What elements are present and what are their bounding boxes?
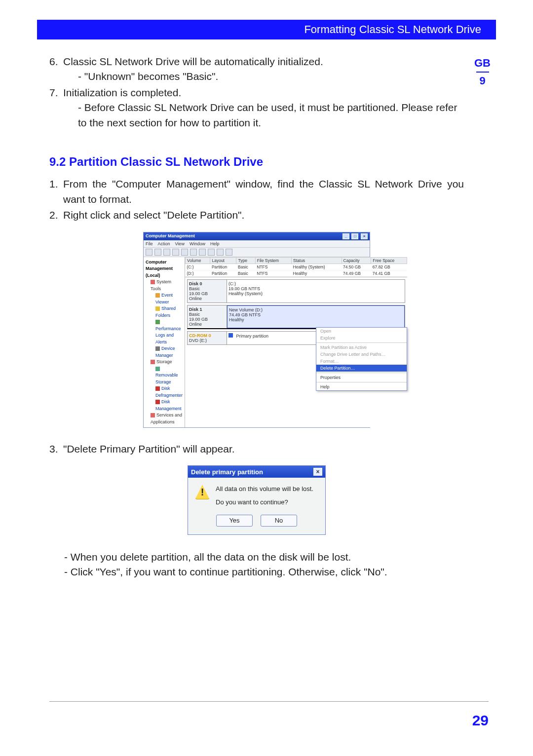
- folder-icon: [151, 360, 155, 364]
- nav-tree: Computer Management (Local) System Tools…: [144, 257, 185, 428]
- disk-label: Disk 1: [189, 307, 225, 312]
- lang-code: GB: [469, 57, 496, 70]
- steps-list: 1. From the "Computer Management" window…: [49, 177, 464, 223]
- tree-item[interactable]: Services and Applications: [151, 413, 182, 424]
- volume-grid: Volume Layout Type File System Status Ca…: [185, 257, 407, 277]
- tree-root[interactable]: Computer Management (Local): [146, 259, 183, 279]
- close-icon[interactable]: ×: [313, 468, 322, 476]
- disk-label: Disk 0: [189, 281, 225, 286]
- list-text: Initialization is completed.: [63, 87, 181, 98]
- list-sub: - Before Classic SL Network Drive can be…: [63, 100, 464, 130]
- chapter-title: Formatting Classic SL Network Drive: [304, 23, 481, 36]
- toolbar-icon[interactable]: [154, 249, 161, 256]
- folder-icon: [151, 280, 155, 284]
- disk-label: CD-ROM 0: [189, 333, 225, 338]
- toolbar-icon[interactable]: [217, 249, 224, 256]
- folder-icon: [155, 306, 160, 311]
- defrag-icon: [155, 386, 160, 391]
- no-button[interactable]: No: [261, 515, 297, 527]
- table-row[interactable]: (D:) Partition Basic NTFS Healthy 74.49 …: [186, 270, 407, 276]
- toolbar-icon[interactable]: [172, 249, 179, 256]
- diskmgmt-icon: [155, 400, 160, 404]
- list-text: "Delete Primary Partition" will appear.: [63, 442, 464, 456]
- list-number: 3.: [49, 442, 63, 456]
- page-content: 6. Classic SL Network Drive will be auto…: [49, 54, 464, 580]
- perf-icon: [155, 320, 160, 324]
- list-text: Classic SL Network Drive will be automat…: [63, 56, 323, 67]
- col-header[interactable]: File System: [255, 257, 291, 264]
- toolbar-icon[interactable]: [208, 249, 215, 256]
- toolbar-icon[interactable]: [181, 249, 188, 256]
- disk-row[interactable]: Disk 1 Basic 19.00 GB Online New Volume …: [187, 305, 405, 329]
- separator: [316, 382, 407, 382]
- menu-item[interactable]: File: [146, 241, 153, 246]
- delete-partition-dialog: Delete primary partition × ! All data on…: [188, 465, 326, 534]
- col-header[interactable]: Layout: [210, 257, 236, 264]
- device-icon: [155, 346, 160, 351]
- toolbar-icon[interactable]: [146, 249, 152, 256]
- ctx-item-format[interactable]: Format…: [316, 358, 407, 365]
- col-header[interactable]: Status: [292, 257, 342, 264]
- dialog-titlebar: Delete primary partition ×: [188, 466, 325, 478]
- intro-list: 6. Classic SL Network Drive will be auto…: [49, 54, 464, 130]
- col-header[interactable]: Capacity: [342, 257, 371, 264]
- footer-rule: [49, 701, 489, 702]
- col-header[interactable]: Volume: [186, 257, 210, 264]
- list-number: 2.: [49, 208, 63, 223]
- menu-item[interactable]: Window: [190, 241, 205, 246]
- ctx-item-open[interactable]: Open: [316, 328, 407, 335]
- menu-item[interactable]: View: [175, 241, 185, 246]
- disk-row[interactable]: Disk 0 Basic 19.00 GB Online (C:) 19.00 …: [187, 279, 405, 303]
- ctx-item-change[interactable]: Change Drive Letter and Paths…: [316, 351, 407, 358]
- legend-text: Primary partition: [236, 334, 269, 339]
- close-icon[interactable]: ×: [361, 233, 368, 239]
- warning-icon: !: [195, 485, 210, 499]
- ctx-item-help[interactable]: Help: [316, 383, 407, 390]
- divider: [476, 72, 489, 73]
- list-number: 1.: [49, 177, 63, 207]
- menu-bar: File Action View Window Help: [144, 240, 370, 248]
- yes-button[interactable]: Yes: [216, 515, 253, 527]
- list-text: Right click and select "Delete Partition…: [63, 208, 464, 223]
- folder-icon: [151, 413, 155, 417]
- toolbar-icon[interactable]: [226, 249, 232, 256]
- side-tab: GB 9: [469, 57, 496, 87]
- disk-icon: [155, 367, 160, 371]
- dialog-message: All data on this volume will be lost. Do…: [216, 485, 313, 506]
- tree-item[interactable]: Performance Logs and Alerts: [155, 326, 181, 344]
- tree-item[interactable]: Removable Storage: [155, 373, 178, 384]
- list-number: 7.: [49, 85, 63, 130]
- volume-name: New Volume (D:): [229, 307, 403, 312]
- ctx-item-delete[interactable]: Delete Partition…: [316, 365, 407, 372]
- minimize-icon[interactable]: _: [343, 233, 349, 239]
- ctx-item-properties[interactable]: Properties: [316, 374, 407, 381]
- table-row[interactable]: (C:) Partition Basic NTFS Healthy (Syste…: [186, 264, 407, 270]
- steps-list: 3. "Delete Primary Partition" will appea…: [49, 442, 464, 456]
- toolbar: [144, 248, 370, 257]
- menu-item[interactable]: Action: [158, 241, 170, 246]
- page-number: 29: [472, 712, 489, 729]
- note: - When you delete partition, all the dat…: [49, 550, 464, 565]
- dialog-title: Delete primary partition: [191, 468, 263, 476]
- toolbar-icon[interactable]: [163, 249, 170, 256]
- separator: [316, 342, 407, 343]
- toolbar-icon[interactable]: [190, 249, 197, 256]
- toolbar-icon[interactable]: [199, 249, 206, 256]
- list-number: 6.: [49, 54, 63, 84]
- volume-name: (C:): [228, 281, 403, 286]
- computer-management-screenshot: Computer Management _ □ × File Action Vi…: [143, 232, 370, 428]
- ctx-item-mark[interactable]: Mark Partition as Active: [316, 344, 407, 351]
- col-header[interactable]: Free Space: [371, 257, 407, 264]
- chapter-header: Formatting Classic SL Network Drive: [37, 20, 496, 39]
- menu-item[interactable]: Help: [210, 241, 220, 246]
- list-sub: - "Unknown" becomes "Basic".: [63, 69, 464, 84]
- window-title: Computer Management: [146, 233, 195, 239]
- ctx-item-explore[interactable]: Explore: [316, 335, 407, 341]
- event-icon: [155, 293, 160, 298]
- chapter-number: 9: [469, 75, 496, 87]
- window-titlebar: Computer Management _ □ ×: [144, 232, 370, 240]
- maximize-icon[interactable]: □: [351, 233, 358, 239]
- tree-item[interactable]: Storage: [156, 359, 172, 364]
- col-header[interactable]: Type: [236, 257, 255, 264]
- note: - Click "Yes", if you want to continue p…: [49, 565, 464, 579]
